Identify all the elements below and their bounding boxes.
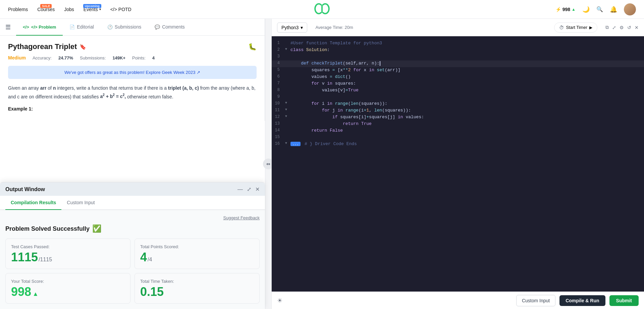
code-line-16: 16 ▼ ... # } Driver Code Ends <box>272 141 644 148</box>
score-up-arrow: ▲ <box>33 291 39 298</box>
minimize-button[interactable]: — <box>237 186 243 192</box>
promo-banner[interactable]: We've got offers as great as this proble… <box>8 66 257 79</box>
problem-content: Pythagorean Triplet 🔖 🐛 Medium Accuracy:… <box>0 36 265 121</box>
compile-run-button[interactable]: Compile & Run <box>559 295 605 306</box>
accuracy-value: 24.77% <box>58 55 73 60</box>
check-circle-icon: ✅ <box>92 224 101 233</box>
nav-problems[interactable]: Problems <box>8 7 28 12</box>
output-tab-compilation[interactable]: Compilation Results <box>5 196 61 210</box>
tab-editorial[interactable]: 📄 Editorial <box>63 19 101 36</box>
code-line-8: 8 values[v]=True <box>272 87 644 94</box>
dark-mode-icon[interactable]: 🌙 <box>582 6 590 13</box>
theme-toggle-icon[interactable]: ☀ <box>277 297 282 304</box>
submissions-label: Submissions: <box>80 55 106 60</box>
desc-of: of <box>48 85 53 91</box>
expand-editor-button[interactable]: ⤢ <box>612 25 616 30</box>
success-text: Problem Solved Successfully <box>5 225 90 232</box>
nav-right: ⚡ 998 ▲ 🌙 🔍 🔔 <box>555 3 636 15</box>
copy-code-button[interactable]: ⧉ <box>605 25 609 30</box>
code-line-10: 10 ▼ for i in range(len(squares)): <box>272 101 644 107</box>
editor-action-icons: ⧉ ⤢ ⚙ ↺ ✕ <box>605 25 639 30</box>
problem-tabs: ☰ </> </> Problem 📄 Editorial 🕐 Submissi… <box>0 19 265 36</box>
nav-left: Problems SALE Courses Jobs Upcoming Even… <box>8 7 131 12</box>
hamburger-icon[interactable]: ☰ <box>0 24 16 31</box>
accuracy-label: Accuracy: <box>33 55 52 60</box>
code-line-1: 1 #User function Template for python3 <box>272 40 644 47</box>
search-icon[interactable]: 🔍 <box>596 6 603 12</box>
points-scored-total: /4 <box>148 257 152 263</box>
bug-icon[interactable]: 🐛 <box>248 43 257 51</box>
nav-potd[interactable]: </> POTD <box>110 7 131 12</box>
nav-courses-wrap: SALE Courses <box>37 7 55 12</box>
desc-arr: arr <box>40 85 47 91</box>
comments-tab-label: Comments <box>162 24 185 30</box>
code-area[interactable]: 1 #User function Template for python3 2 … <box>272 36 644 292</box>
maximize-button[interactable]: ⤢ <box>247 186 251 192</box>
desc-given: Given an array <box>8 85 40 91</box>
streak-counter: ⚡ 998 ▲ <box>555 7 576 12</box>
desc-triplet: triplet (a, b, c) <box>168 85 199 91</box>
bookmark-icon[interactable]: 🔖 <box>79 44 86 50</box>
language-selector[interactable]: Python3 ▾ <box>277 23 307 33</box>
code-line-2: 2 ▼ class Solution: <box>272 47 644 54</box>
time-taken-value: 0.15 <box>140 285 164 299</box>
editorial-tab-icon: 📄 <box>69 25 75 30</box>
code-line-11: 11 ▼ for j in range(i+1, len(squares)): <box>272 107 644 114</box>
points-scored-value: 4 <box>140 251 147 263</box>
code-line-12: 12 ▼ if squares[i]+squares[j] in values: <box>272 114 644 121</box>
submissions-value: 149K+ <box>112 55 125 60</box>
points-value: 4 <box>152 55 155 60</box>
problem-meta: Medium Accuracy: 24.77% Submissions: 149… <box>8 55 257 60</box>
bottom-right-actions: Custom Input Compile & Run Submit <box>516 295 639 306</box>
lightning-icon: ⚡ <box>555 7 561 12</box>
close-output-button[interactable]: ✕ <box>255 186 260 192</box>
test-cases-value: 1115 <box>11 251 38 263</box>
timer-label: Start Timer <box>566 25 587 30</box>
success-heading: Problem Solved Successfully ✅ <box>5 224 260 233</box>
tab-submissions[interactable]: 🕐 Submissions <box>101 19 148 36</box>
code-line-3: 3 <box>272 54 644 60</box>
settings-button[interactable]: ⚙ <box>620 25 624 30</box>
code-line-9: 9 <box>272 94 644 101</box>
tab-comments[interactable]: 💬 Comments <box>148 19 192 36</box>
avg-time-value: 20m <box>345 25 353 30</box>
close-editor-button[interactable]: ✕ <box>635 25 639 30</box>
up-arrow-icon: ▲ <box>572 7 576 12</box>
total-score-card: Your Total Score: 998 ▲ <box>5 273 130 304</box>
desc-end: otherwise return false. <box>127 94 173 99</box>
notifications-icon[interactable]: 🔔 <box>610 6 617 13</box>
problem-title-row: Pythagorean Triplet 🔖 🐛 <box>8 42 257 51</box>
panel-splitter[interactable]: ⇔ <box>265 19 272 309</box>
suggest-feedback-link[interactable]: Suggest Feedback <box>5 215 260 220</box>
desc-middle: integers, write a function that returns … <box>57 85 168 91</box>
average-time: Average Time: 20m <box>315 25 353 30</box>
code-line-4: 4 def checkTriplet(self,arr, n): <box>272 60 644 67</box>
comments-tab-icon: 💬 <box>155 25 160 30</box>
avatar[interactable] <box>624 3 636 15</box>
desc-formula: a2 + b2 = c2, <box>100 94 126 99</box>
top-navbar: Problems SALE Courses Jobs Upcoming Even… <box>0 0 644 19</box>
sale-badge: SALE <box>40 4 52 8</box>
reset-button[interactable]: ↺ <box>627 25 631 30</box>
custom-input-bottom-button[interactable]: Custom Input <box>516 295 555 306</box>
output-tab-custom[interactable]: Custom Input <box>61 196 100 210</box>
nav-jobs[interactable]: Jobs <box>64 7 74 12</box>
editor-bottom-bar: ☀ Custom Input Compile & Run Submit <box>272 292 644 309</box>
timer-icon: ⏱ <box>559 25 564 30</box>
nav-potd-wrap: </> POTD <box>110 7 131 12</box>
site-logo[interactable] <box>314 3 330 16</box>
points-label: Points: <box>132 55 146 60</box>
problem-tab-label: </> Problem <box>31 25 56 30</box>
output-window: Output Window — ⤢ ✕ Compilation Results … <box>0 182 265 309</box>
problem-tab-icon: </> <box>23 25 29 30</box>
total-score-value: 998 <box>11 286 31 298</box>
nav-problems-wrap: Problems <box>8 7 28 12</box>
code-editor-panel: Python3 ▾ Average Time: 20m ⏱ Start Time… <box>272 19 644 309</box>
language-label: Python3 <box>281 25 299 30</box>
streak-value: 998 <box>562 7 570 12</box>
tab-problem[interactable]: </> </> Problem <box>16 19 63 36</box>
start-timer-button[interactable]: ⏱ Start Timer ▶ <box>554 23 597 33</box>
submit-button[interactable]: Submit <box>609 295 639 306</box>
nav-events-wrap: Upcoming Events ▾ <box>84 7 101 12</box>
points-scored-card: Total Points Scored: 4 /4 <box>135 238 260 269</box>
